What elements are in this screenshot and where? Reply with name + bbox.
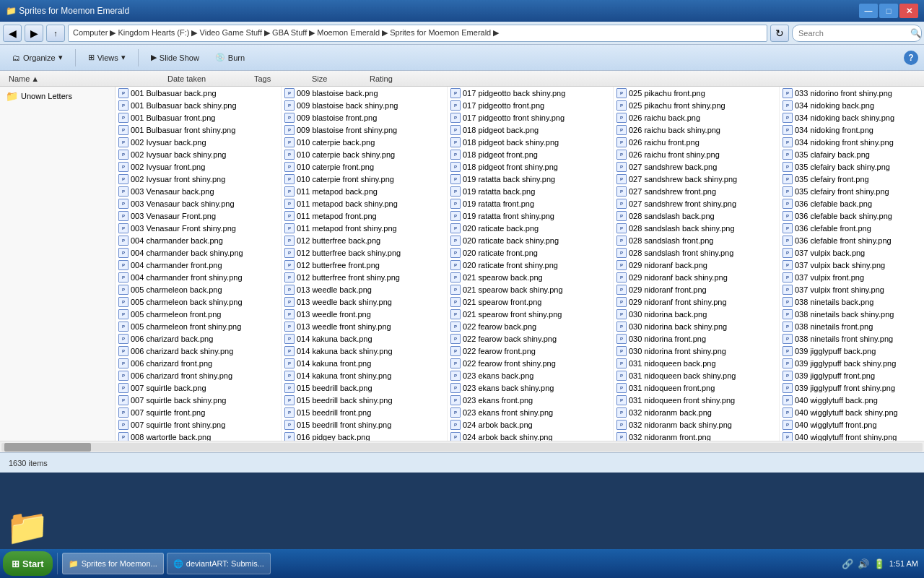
list-item[interactable]: P027 sandshrew front shiny.png — [614, 197, 779, 210]
burn-button[interactable]: 💿 Burn — [209, 48, 251, 68]
list-item[interactable]: P023 ekans front shiny.png — [448, 406, 613, 418]
list-item[interactable]: P012 butterfree back shiny.png — [282, 246, 447, 259]
list-item[interactable]: P032 nidoranm front.png — [614, 431, 779, 441]
list-item[interactable]: P029 nidoranf front shiny.png — [614, 296, 779, 308]
col-header-name[interactable]: Name ▲ — [6, 74, 165, 83]
list-item[interactable]: P031 nidoqueen back.png — [614, 357, 779, 369]
list-item[interactable]: P013 weedle back shiny.png — [282, 296, 447, 308]
list-item[interactable]: P037 vulpix front.png — [780, 271, 924, 283]
list-item[interactable]: P037 vulpix front shiny.png — [780, 283, 924, 296]
list-item[interactable]: P019 ratatta back shiny.png — [448, 173, 613, 185]
list-item[interactable]: P027 sandshrew front.png — [614, 185, 779, 197]
list-item[interactable]: P022 fearow front shiny.png — [448, 357, 613, 369]
list-item[interactable]: P004 charmander front shiny.png — [116, 271, 281, 283]
list-item[interactable]: P040 wigglytuff back shiny.png — [780, 406, 924, 418]
list-item[interactable]: P028 sandslash front.png — [614, 234, 779, 246]
list-item[interactable]: P015 beedrill back shiny.png — [282, 394, 447, 406]
list-item[interactable]: P040 wigglytuff front.png — [780, 418, 924, 431]
list-item[interactable]: P007 squirtle front.png — [116, 406, 281, 418]
list-item[interactable]: P017 pidgeotto front shiny.png — [448, 111, 613, 124]
col-header-tags[interactable]: Tags — [251, 74, 309, 83]
search-input[interactable] — [792, 25, 922, 42]
list-item[interactable]: P021 spearow front shiny.png — [448, 308, 613, 320]
list-item[interactable]: P011 metapod back.png — [282, 185, 447, 197]
list-item[interactable]: P032 nidoranm back.png — [614, 406, 779, 418]
list-item[interactable]: P006 charizard front shiny.png — [116, 369, 281, 381]
list-item[interactable]: P021 spearow back shiny.png — [448, 283, 613, 296]
list-item[interactable]: P027 sandshrew back shiny.png — [614, 173, 779, 185]
help-button[interactable]: ? — [904, 51, 918, 65]
maximize-button[interactable]: □ — [879, 4, 898, 18]
list-item[interactable]: P010 caterpie front.png — [282, 160, 447, 173]
list-item[interactable]: P007 squirtle back.png — [116, 381, 281, 394]
list-item[interactable]: P017 pidgeotto back shiny.png — [448, 87, 613, 99]
list-item[interactable]: P040 wigglytuff front shiny.png — [780, 431, 924, 441]
list-item[interactable]: P021 spearow front.png — [448, 296, 613, 308]
organize-button[interactable]: 🗂 Organize ▾ — [6, 48, 69, 68]
list-item[interactable]: P019 ratatta front shiny.png — [448, 210, 613, 222]
list-item[interactable]: P039 jigglypuff front shiny.png — [780, 381, 924, 394]
list-item[interactable]: P028 sandslash back shiny.png — [614, 222, 779, 234]
start-button[interactable]: ⊞ Start — [3, 551, 53, 576]
list-item[interactable]: P029 nidoranf back shiny.png — [614, 271, 779, 283]
list-item[interactable]: P003 Venasaur back.png — [116, 185, 281, 197]
col-header-date[interactable]: Date taken — [165, 74, 251, 83]
list-item[interactable]: P004 charmander back.png — [116, 234, 281, 246]
list-item[interactable]: P028 sandslash back.png — [614, 210, 779, 222]
list-item[interactable]: P031 nidoqueen front.png — [614, 381, 779, 394]
up-button[interactable]: ↑ — [46, 25, 65, 42]
list-item[interactable]: P025 pikachu front.png — [614, 87, 779, 99]
list-item[interactable]: P036 clefable front shiny.png — [780, 234, 924, 246]
list-item[interactable]: P012 butterfree front.png — [282, 259, 447, 271]
list-item[interactable]: P011 metapod front.png — [282, 210, 447, 222]
list-item[interactable]: P012 butterfree front shiny.png — [282, 271, 447, 283]
list-item[interactable]: P018 pidgeot front.png — [448, 148, 613, 160]
back-button[interactable]: ◀ — [3, 25, 22, 42]
list-item[interactable]: P037 vulpix back.png — [780, 246, 924, 259]
list-item[interactable]: P002 Ivysuar front.png — [116, 160, 281, 173]
list-item[interactable]: P007 squirtle front shiny.png — [116, 418, 281, 431]
list-item[interactable]: P014 kakuna front shiny.png — [282, 369, 447, 381]
list-item[interactable]: P036 clefable back shiny.png — [780, 210, 924, 222]
col-header-rating[interactable]: Rating — [367, 74, 424, 83]
list-item[interactable]: P012 butterfree back.png — [282, 234, 447, 246]
list-item[interactable]: P013 weedle back.png — [282, 283, 447, 296]
list-item[interactable]: P018 pidgeot back.png — [448, 124, 613, 136]
list-item[interactable]: P035 clefairy front shiny.png — [780, 185, 924, 197]
list-item[interactable]: P035 clefairy back shiny.png — [780, 160, 924, 173]
list-item[interactable]: P015 beedrill front.png — [282, 406, 447, 418]
taskbar-item-explorer[interactable]: 📁 Sprites for Moemon... — [62, 553, 164, 574]
list-item[interactable]: P034 nidoking back shiny.png — [780, 111, 924, 124]
list-item[interactable]: P031 nidoqueen back shiny.png — [614, 369, 779, 381]
list-item[interactable]: P037 vulpix back shiny.png — [780, 259, 924, 271]
taskbar-item-deviantart[interactable]: 🌐 deviantART: Submis... — [167, 553, 271, 574]
list-item[interactable]: P003 Venasaur Front shiny.png — [116, 222, 281, 234]
list-item[interactable]: P039 jigglypuff front.png — [780, 369, 924, 381]
views-button[interactable]: ⊞ Views ▾ — [82, 48, 132, 68]
forward-button[interactable]: ▶ — [25, 25, 43, 42]
list-item[interactable]: P022 fearow back shiny.png — [448, 332, 613, 345]
list-item[interactable]: P019 ratatta front.png — [448, 197, 613, 210]
list-item[interactable]: P002 Ivysuar front shiny.png — [116, 173, 281, 185]
list-item[interactable]: P020 raticate back.png — [448, 222, 613, 234]
list-item[interactable]: P028 sandslash front shiny.png — [614, 246, 779, 259]
list-item[interactable]: P035 clafairy back.png — [780, 148, 924, 160]
col-header-size[interactable]: Size — [309, 74, 367, 83]
list-item[interactable]: P021 spearow back.png — [448, 271, 613, 283]
list-item[interactable]: P036 clefable front.png — [780, 222, 924, 234]
list-item[interactable]: P019 ratatta back.png — [448, 185, 613, 197]
list-item[interactable]: P036 clefable back.png — [780, 197, 924, 210]
list-item[interactable]: P033 nidorino front shiny.png — [780, 87, 924, 99]
list-item[interactable]: P010 caterpie back.png — [282, 136, 447, 148]
list-item[interactable]: P026 raichu front shiny.png — [614, 148, 779, 160]
list-item[interactable]: P017 pidgeotto front.png — [448, 99, 613, 111]
minimize-button[interactable]: — — [859, 4, 878, 18]
list-item[interactable]: P029 nidoranf front.png — [614, 283, 779, 296]
list-item[interactable]: P002 Ivysuar back shiny.png — [116, 148, 281, 160]
list-item[interactable]: P002 Ivysuar back.png — [116, 136, 281, 148]
list-item[interactable]: P014 kakuna back.png — [282, 332, 447, 345]
list-item[interactable]: P015 beedrill back.png — [282, 381, 447, 394]
list-item[interactable]: P020 raticate front.png — [448, 246, 613, 259]
list-item[interactable]: P023 ekans back shiny.png — [448, 381, 613, 394]
list-item[interactable]: P008 wartortle back.png — [116, 431, 281, 441]
